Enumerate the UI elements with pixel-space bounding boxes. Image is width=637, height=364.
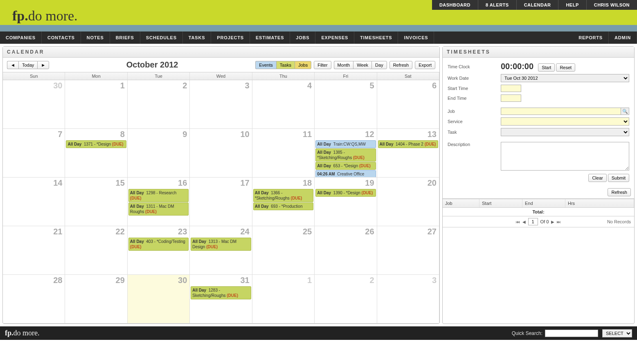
calendar-cell[interactable]: 24All Day 1313 - Mac DM Design (DUE) xyxy=(190,226,252,275)
mainnav-notes[interactable]: NOTES xyxy=(81,31,110,44)
clock-start-button[interactable]: Start xyxy=(538,63,555,72)
calendar-cell[interactable]: 10 xyxy=(190,129,252,178)
toggle-tasks[interactable]: Tasks xyxy=(276,61,295,69)
mainnav-companies[interactable]: COMPANIES xyxy=(0,31,42,44)
calendar-cell[interactable]: 2 xyxy=(128,80,190,129)
clock-reset-button[interactable]: Reset xyxy=(556,63,575,72)
mainnav-contacts[interactable]: CONTACTS xyxy=(42,31,81,44)
calendar-cell[interactable]: 8All Day 1371 - *Design (DUE) xyxy=(65,129,127,178)
topnav-calendar[interactable]: CALENDAR xyxy=(517,0,559,10)
calendar-event[interactable]: All Day 1390 - *Design (DUE) xyxy=(315,189,376,197)
quick-search-input[interactable] xyxy=(545,330,598,337)
calendar-event[interactable]: All Day 403 - *Coding/Testing (DUE) xyxy=(128,238,189,251)
calendar-cell[interactable]: 20 xyxy=(377,178,439,226)
mainnav-jobs[interactable]: JOBS xyxy=(290,31,315,44)
task-select[interactable] xyxy=(501,128,629,136)
filter-button[interactable]: Filter xyxy=(314,61,331,69)
toggle-jobs[interactable]: Jobs xyxy=(295,61,311,69)
description-textarea[interactable] xyxy=(501,142,629,171)
calendar-cell[interactable]: 18All Day 1366 - *Sketching/Roughs (DUE)… xyxy=(252,178,315,226)
calendar-cell[interactable]: 15 xyxy=(65,178,127,226)
job-input[interactable] xyxy=(501,108,621,115)
quick-search-select[interactable]: SELECT xyxy=(602,329,632,337)
calendar-cell[interactable]: 12All Day Train:CW:QS,MW All Day 1385 - … xyxy=(315,129,377,178)
calendar-cell[interactable]: 27 xyxy=(377,226,439,275)
calendar-cell[interactable]: 29 xyxy=(65,275,127,324)
mainnav-admin[interactable]: ADMIN xyxy=(609,31,637,44)
calendar-cell[interactable]: 30 xyxy=(3,80,65,129)
mainnav-tasks[interactable]: TASKS xyxy=(183,31,211,44)
pager-next-icon[interactable]: ▶ xyxy=(551,220,554,224)
job-search-button[interactable]: 🔍 xyxy=(621,108,629,115)
mainnav-briefs[interactable]: BRIEFS xyxy=(110,31,140,44)
calendar-cell[interactable]: 21 xyxy=(3,226,65,275)
calendar-event[interactable]: All Day 1385 - *Sketching/Roughs (DUE) xyxy=(315,148,376,162)
submit-button[interactable]: Submit xyxy=(608,174,629,182)
mainnav-invoices[interactable]: INVOICES xyxy=(398,31,434,44)
calendar-cell[interactable]: 14 xyxy=(3,178,65,226)
pager-prev-icon[interactable]: ◀ xyxy=(522,220,526,224)
clear-button[interactable]: Clear xyxy=(588,174,606,182)
calendar-event[interactable]: All Day 1311 - Mac DM Roughs (DUE) xyxy=(128,202,189,216)
calendar-cell[interactable]: 3 xyxy=(190,80,252,129)
calendar-event[interactable]: 04:26 AM Creative Office xyxy=(315,170,376,178)
topnav-user[interactable]: CHRIS WILSON xyxy=(587,0,637,10)
calendar-event[interactable]: All Day 653 - *Design (DUE) xyxy=(315,162,376,170)
calendar-event[interactable]: All Day Train:CW:QS,MW xyxy=(315,140,376,148)
topnav-dashboard[interactable]: DASHBOARD xyxy=(432,0,478,10)
start-time-input[interactable] xyxy=(501,85,521,92)
work-date-select[interactable]: Tue Oct 30 2012 xyxy=(501,74,629,82)
pager-last-icon[interactable]: ⏭ xyxy=(557,220,561,224)
calendar-cell[interactable]: 2 xyxy=(315,275,377,324)
calendar-cell[interactable]: 23All Day 403 - *Coding/Testing (DUE) xyxy=(128,226,190,275)
mainnav-projects[interactable]: PROJECTS xyxy=(211,31,250,44)
calendar-cell[interactable]: 1 xyxy=(65,80,127,129)
calendar-cell[interactable]: 28 xyxy=(3,275,65,324)
calendar-event[interactable]: All Day 1371 - *Design (DUE) xyxy=(66,140,126,148)
calendar-cell[interactable]: 16All Day 1298 - Research (DUE)All Day 1… xyxy=(128,178,190,226)
calendar-event[interactable]: All Day 1366 - *Sketching/Roughs (DUE) xyxy=(253,189,313,202)
calendar-event[interactable]: All Day 1298 - Research (DUE) xyxy=(128,189,189,202)
calendar-cell[interactable]: 7 xyxy=(3,129,65,178)
range-week[interactable]: Week xyxy=(353,61,371,69)
range-day[interactable]: Day xyxy=(371,61,387,69)
calendar-event[interactable]: All Day 1313 - Mac DM Design (DUE) xyxy=(191,238,251,251)
end-time-input[interactable] xyxy=(501,94,521,102)
calendar-cell[interactable]: 5 xyxy=(315,80,377,129)
calendar-cell[interactable]: 9 xyxy=(128,129,190,178)
calendar-event[interactable]: All Day 693 - *Production xyxy=(253,202,313,210)
calendar-cell[interactable]: 6 xyxy=(377,80,439,129)
topnav-help[interactable]: HELP xyxy=(558,0,586,10)
cal-next-button[interactable]: ► xyxy=(37,61,49,69)
mainnav-schedules[interactable]: SCHEDULES xyxy=(140,31,183,44)
cal-refresh-button[interactable]: Refresh xyxy=(389,61,413,69)
calendar-cell[interactable]: 1 xyxy=(252,275,315,324)
calendar-cell[interactable]: 26 xyxy=(315,226,377,275)
pager-page-input[interactable] xyxy=(528,218,538,225)
calendar-cell[interactable]: 17 xyxy=(190,178,252,226)
calendar-cell[interactable]: 3 xyxy=(377,275,439,324)
toggle-events[interactable]: Events xyxy=(255,61,276,69)
calendar-cell[interactable]: 25 xyxy=(252,226,315,275)
mainnav-timesheets[interactable]: TIMESHEETS xyxy=(354,31,398,44)
cal-prev-button[interactable]: ◄ xyxy=(7,61,18,69)
calendar-event[interactable]: All Day 1283 - Sketching/Roughs (DUE) xyxy=(191,286,251,299)
ts-refresh-button[interactable]: Refresh xyxy=(608,188,631,196)
calendar-cell[interactable]: 13All Day 1404 - Phase 2 (DUE) xyxy=(377,129,439,178)
mainnav-expenses[interactable]: EXPENSES xyxy=(315,31,354,44)
calendar-cell[interactable]: 30 xyxy=(128,275,190,324)
calendar-cell[interactable]: 31All Day 1283 - Sketching/Roughs (DUE) xyxy=(190,275,252,324)
mainnav-estimates[interactable]: ESTIMATES xyxy=(250,31,290,44)
calendar-cell[interactable]: 11 xyxy=(252,129,315,178)
topnav-alerts[interactable]: 8 ALERTS xyxy=(478,0,517,10)
service-select[interactable] xyxy=(501,117,629,126)
mainnav-reports[interactable]: REPORTS xyxy=(573,31,609,44)
cal-export-button[interactable]: Export xyxy=(415,61,435,69)
range-month[interactable]: Month xyxy=(334,61,353,69)
calendar-cell[interactable]: 22 xyxy=(65,226,127,275)
calendar-cell[interactable]: 4 xyxy=(252,80,315,129)
pager-first-icon[interactable]: ⏮ xyxy=(516,220,520,224)
calendar-event[interactable]: All Day 1404 - Phase 2 (DUE) xyxy=(378,140,438,148)
cal-today-button[interactable]: Today xyxy=(18,61,37,69)
calendar-cell[interactable]: 19All Day 1390 - *Design (DUE) xyxy=(315,178,377,226)
